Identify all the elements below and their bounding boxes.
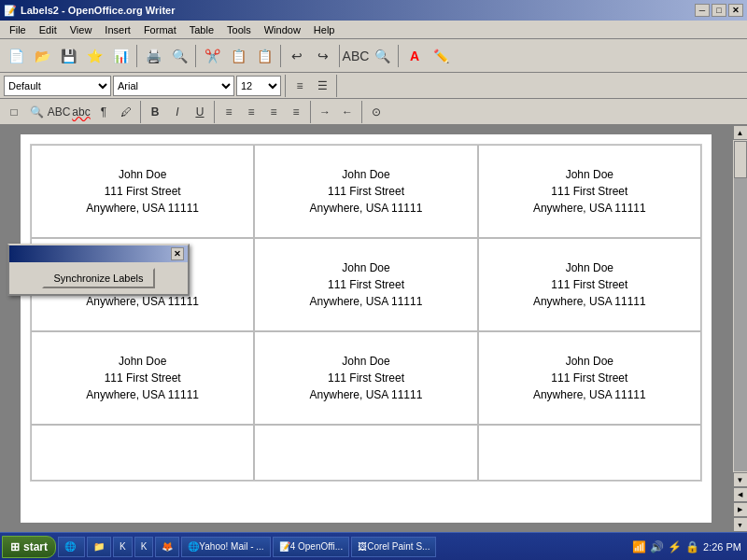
window-title: Labels2 - OpenOffice.org Writer <box>21 5 175 16</box>
label-city-2-2: Anywhere, USA 11111 <box>310 293 423 310</box>
label-grid: John Doe 111 First Street Anywhere, USA … <box>30 144 702 482</box>
size-select[interactable]: 12 <box>236 76 281 96</box>
synchronize-labels-button[interactable]: Synchronize Labels <box>42 268 154 288</box>
find-btn[interactable]: 🔍 <box>370 44 394 68</box>
maximize-button[interactable]: □ <box>712 4 726 17</box>
underline-btn[interactable]: U <box>190 102 210 122</box>
label-cell-1-2: John Doe 111 First Street Anywhere, USA … <box>254 145 477 238</box>
style-select[interactable]: Default <box>4 76 111 96</box>
start-label: start <box>23 540 48 553</box>
taskbar-item-corel[interactable]: 🖼 Corel Paint S... <box>351 537 436 557</box>
menu-window[interactable]: Window <box>259 22 306 37</box>
menu-help[interactable]: Help <box>308 22 341 37</box>
sep4 <box>339 45 340 67</box>
format-marks-btn[interactable]: ¶ <box>93 102 114 122</box>
yahoo-icon: 🌐 <box>188 541 199 552</box>
taskbar-item-openoffice[interactable]: 📝 4 OpenOffi... <box>273 537 350 557</box>
indent-more-btn[interactable]: → <box>315 102 335 122</box>
sep10 <box>310 101 311 123</box>
label-cell-1-1: John Doe 111 First Street Anywhere, USA … <box>31 145 254 238</box>
star-btn[interactable]: ⭐ <box>82 44 106 68</box>
menu-edit[interactable]: Edit <box>34 22 63 37</box>
ie-icon: 🌐 <box>64 541 76 552</box>
label-cell-2-2: John Doe 111 First Street Anywhere, USA … <box>254 238 477 331</box>
copy-btn[interactable]: 📋 <box>226 44 250 68</box>
cut-btn[interactable]: ✂️ <box>200 44 224 68</box>
sync-dialog-close-btn[interactable]: ✕ <box>171 247 184 260</box>
align-left-btn[interactable]: ≡ <box>218 102 239 122</box>
save-btn[interactable]: 💾 <box>56 44 80 68</box>
label-city-3-2: Anywhere, USA 11111 <box>310 386 423 403</box>
tray-icon-2[interactable]: 🔊 <box>649 539 664 554</box>
taskbar: ⊞ start 🌐 📁 K K 🦊 🌐 Yahoo! Mail - ... 📝 … <box>0 532 747 560</box>
italic-btn[interactable]: I <box>167 102 188 122</box>
print-btn[interactable]: 🖨️ <box>141 44 165 68</box>
spellcheck-btn[interactable]: ABC <box>344 44 368 68</box>
taskbar-item-ie[interactable]: 🌐 <box>58 537 85 557</box>
list-unordered-btn[interactable]: ≡ <box>289 76 310 96</box>
zoom-btn[interactable]: 🔍 <box>26 102 47 122</box>
taskbar-item-folder[interactable]: 📁 <box>87 537 111 557</box>
bold-btn[interactable]: B <box>145 102 165 122</box>
font-select[interactable]: Arial <box>113 76 234 96</box>
align-center-btn[interactable]: ≡ <box>241 102 261 122</box>
taskbar-item-yahoo[interactable]: 🌐 Yahoo! Mail - ... <box>181 537 270 557</box>
highlight2-btn[interactable]: 🖊 <box>116 102 136 122</box>
redo-btn[interactable]: ↪ <box>311 44 335 68</box>
text-color-btn[interactable]: A <box>402 44 427 68</box>
folder-icon: 📁 <box>93 541 105 552</box>
tray-icon-1[interactable]: 📶 <box>631 539 646 554</box>
paste-btn[interactable]: 📋 <box>252 44 276 68</box>
border-btn[interactable]: □ <box>4 102 24 122</box>
navigator-btn[interactable]: ⊙ <box>366 102 387 122</box>
sep3 <box>280 45 281 67</box>
label-cell-3-2: John Doe 111 First Street Anywhere, USA … <box>254 331 477 425</box>
yahoo-label: Yahoo! Mail - ... <box>199 541 263 552</box>
align-right-btn[interactable]: ≡ <box>263 102 284 122</box>
title-bar-controls: ─ □ ✕ <box>695 4 743 17</box>
export-btn[interactable]: 📊 <box>108 44 133 68</box>
menu-format[interactable]: Format <box>138 22 182 37</box>
menu-view[interactable]: View <box>64 22 98 37</box>
label-city-1-1: Anywhere, USA 11111 <box>86 200 199 217</box>
preview-btn[interactable]: 🔍 <box>167 44 191 68</box>
list-ordered-btn[interactable]: ☰ <box>312 76 332 96</box>
menu-table[interactable]: Table <box>184 22 219 37</box>
close-button[interactable]: ✕ <box>728 4 743 17</box>
oo-icon: 📝 <box>279 541 290 552</box>
spellcheck2-btn[interactable]: ABC <box>49 102 69 122</box>
document-area: John Doe 111 First Street Anywhere, USA … <box>0 125 732 532</box>
label-cell-3-3: John Doe 111 First Street Anywhere, USA … <box>478 331 701 425</box>
highlight-btn[interactable]: ✏️ <box>429 44 453 68</box>
indent-less-btn[interactable]: ← <box>337 102 358 122</box>
label-cell-3-1: John Doe 111 First Street Anywhere, USA … <box>31 331 254 425</box>
scroll-extra-btn1[interactable]: ◀ <box>733 487 748 502</box>
undo-btn[interactable]: ↩ <box>285 44 309 68</box>
label-city-3-1: Anywhere, USA 11111 <box>86 386 199 403</box>
start-button[interactable]: ⊞ start <box>2 536 56 558</box>
open-btn[interactable]: 📂 <box>30 44 54 68</box>
menu-file[interactable]: File <box>4 22 32 37</box>
menu-tools[interactable]: Tools <box>221 22 257 37</box>
sync-dialog-titlebar: ✕ <box>9 245 188 262</box>
spell3-btn[interactable]: abc <box>71 102 92 122</box>
minimize-button[interactable]: ─ <box>695 4 710 17</box>
tray-icon-3[interactable]: ⚡ <box>667 539 682 554</box>
new-btn[interactable]: 📄 <box>4 44 28 68</box>
taskbar-item-k1[interactable]: K <box>113 537 133 557</box>
scroll-extra-btn2[interactable]: ▶ <box>733 502 748 517</box>
scroll-up-btn[interactable]: ▲ <box>733 125 748 140</box>
tray-icon-4[interactable]: 🔒 <box>684 539 699 554</box>
label-street-3-1: 111 First Street <box>105 370 181 386</box>
label-street-1-1: 111 First Street <box>105 183 181 200</box>
main-toolbar: 📄 📂 💾 ⭐ 📊 🖨️ 🔍 ✂️ 📋 📋 ↩ ↪ ABC 🔍 A ✏️ <box>0 39 747 73</box>
scroll-down-btn[interactable]: ▼ <box>733 472 748 487</box>
taskbar-item-firefox[interactable]: 🦊 <box>155 537 179 557</box>
menu-insert[interactable]: Insert <box>99 22 136 37</box>
taskbar-item-k2[interactable]: K <box>134 537 154 557</box>
tray-icons: 📶 🔊 ⚡ 🔒 <box>631 539 699 554</box>
scroll-thumb[interactable] <box>734 141 747 178</box>
scroll-track[interactable] <box>734 141 747 471</box>
scroll-extra-btn3[interactable]: ▼ <box>733 517 748 532</box>
align-justify-btn[interactable]: ≡ <box>286 102 306 122</box>
